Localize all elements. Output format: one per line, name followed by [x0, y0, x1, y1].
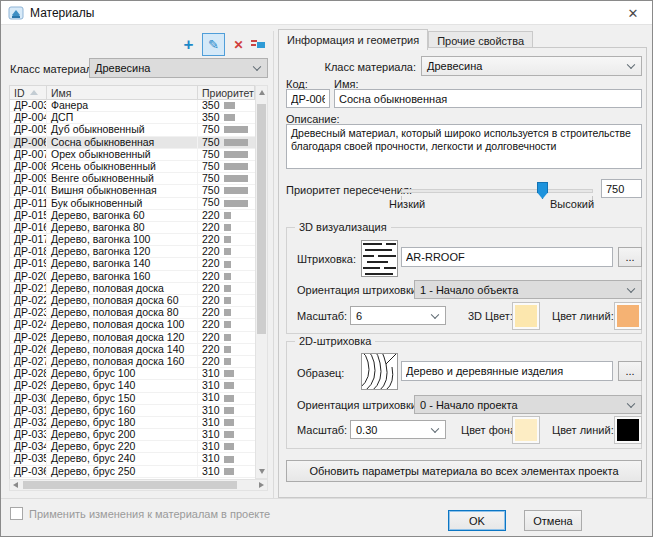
table-row[interactable]: ДР-005Дуб обыкновенный750: [10, 124, 255, 136]
priority-bar: [224, 297, 231, 304]
hatch-3d-field[interactable]: [401, 247, 613, 267]
priority-value: 310: [202, 453, 224, 464]
roof-hatch-preview-icon[interactable]: [361, 240, 398, 277]
apply-changes-checkbox[interactable]: Применить изменения к материалам в проек…: [10, 507, 270, 520]
table-row[interactable]: ДР-036Дерево, брус 250310: [10, 466, 255, 478]
cell-id: ДР-024: [10, 319, 47, 330]
tab-info-geometry[interactable]: Информация и геометрия: [278, 29, 428, 50]
horizontal-scroll-thumb[interactable]: [23, 481, 237, 489]
bg-color-2d-swatch[interactable]: [512, 416, 540, 444]
color-3d-swatch[interactable]: [512, 302, 540, 330]
cell-id: ДР-029: [10, 380, 47, 391]
orientation-3d-select[interactable]: 1 - Начало объекта: [414, 280, 642, 299]
cell-priority: 310: [198, 380, 255, 391]
cell-id: ДР-036: [10, 466, 47, 477]
horizontal-scrollbar[interactable]: [9, 479, 268, 491]
wood-grain-preview-icon[interactable]: [361, 353, 398, 390]
hatch-3d-browse-button[interactable]: ...: [618, 247, 642, 267]
cell-id: ДР-035: [10, 453, 47, 464]
cell-name: Дерево, вагонка 120: [47, 246, 198, 257]
cancel-button[interactable]: Отмена: [524, 510, 582, 531]
cell-name: Дерево, брус 150: [47, 393, 198, 404]
title-bar[interactable]: Материалы ✕: [1, 1, 652, 25]
cell-priority: 220: [198, 307, 255, 318]
priority-value: 220: [202, 246, 224, 257]
table-row[interactable]: ДР-030Дерево, брус 150310: [10, 393, 255, 405]
line-color-3d-swatch[interactable]: [614, 302, 642, 330]
scroll-down-icon[interactable]: [259, 469, 265, 474]
color-3d-label: 3D Цвет:: [468, 310, 513, 322]
cell-id: ДР-021: [10, 283, 47, 294]
table-row[interactable]: ДР-006Сосна обыкновенная750: [10, 137, 255, 149]
panel-divider: [273, 31, 274, 498]
priority-value: 220: [202, 258, 224, 269]
orientation-2d-select[interactable]: 0 - Начало проекта: [414, 395, 642, 414]
priority-value: 750: [202, 185, 224, 196]
priority-value: 310: [202, 392, 224, 403]
priority-value: 310: [202, 441, 224, 452]
cell-priority: 350: [198, 112, 255, 123]
scale-2d-label: Масштаб:: [297, 424, 347, 436]
plus-icon: +: [184, 36, 194, 53]
sample-2d-label: Образец:: [297, 367, 344, 379]
cell-priority: 220: [198, 332, 255, 343]
column-header-name[interactable]: Имя: [47, 86, 198, 99]
chevron-down-icon: [627, 284, 635, 292]
vertical-scrollbar[interactable]: [255, 85, 268, 479]
sample-2d-field[interactable]: [401, 361, 613, 381]
column-header-id[interactable]: ID: [10, 86, 47, 99]
material-class-select-left[interactable]: Древесина: [89, 58, 268, 78]
edit-material-button[interactable]: ✎: [202, 33, 225, 56]
line-color-2d-swatch[interactable]: [614, 416, 642, 444]
table-row[interactable]: ДР-020Дерево, вагонка 160220: [10, 271, 255, 283]
priority-bar: [224, 443, 234, 450]
update-parameters-button[interactable]: Обновить параметры материала во всех эле…: [286, 460, 642, 482]
table-row[interactable]: ДР-025Дерево, половая доска 120220: [10, 332, 255, 344]
priority-value: 750: [202, 124, 224, 135]
delete-material-button[interactable]: ✕: [227, 33, 250, 56]
priority-bar: [224, 163, 248, 170]
cell-priority: 220: [198, 356, 255, 367]
line-color-2d-label: Цвет линий:: [552, 424, 614, 436]
priority-bar: [224, 187, 248, 194]
code-field[interactable]: [286, 89, 330, 108]
cell-id: ДР-022: [10, 295, 47, 306]
cell-id: ДР-033: [10, 429, 47, 440]
checkbox-box[interactable]: [10, 507, 23, 520]
table-row[interactable]: ДР-019Дерево, вагонка 140220: [10, 258, 255, 270]
add-material-button[interactable]: +: [177, 33, 200, 56]
vertical-scroll-thumb[interactable]: [257, 104, 266, 334]
sample-2d-browse-button[interactable]: ...: [618, 361, 642, 381]
material-class-select-right[interactable]: Древесина: [421, 56, 642, 76]
cell-id: ДР-034: [10, 441, 47, 452]
priority-bar: [224, 200, 248, 207]
cell-id: ДР-031: [10, 405, 47, 416]
cell-name: Дерево, половая доска 120: [47, 332, 198, 343]
table-row[interactable]: ДР-035Дерево, брус 240310: [10, 453, 255, 465]
scroll-right-icon[interactable]: [259, 482, 264, 488]
priority-value-field[interactable]: [601, 179, 642, 198]
apply-changes-label: Применить изменения к материалам в проек…: [29, 508, 270, 520]
close-icon[interactable]: ✕: [614, 1, 652, 25]
priority-value: 310: [202, 417, 224, 428]
cell-name: Дерево, брус 160: [47, 405, 198, 416]
cell-priority: 310: [198, 429, 255, 440]
priority-slider-track[interactable]: [401, 189, 593, 193]
cell-name: Дерево, вагонка 160: [47, 271, 198, 282]
table-row[interactable]: ДР-011Бук обыкновенный750: [10, 198, 255, 210]
priority-bar: [224, 309, 231, 316]
priority-value: 220: [202, 332, 224, 343]
scale-3d-select[interactable]: 6: [350, 306, 446, 325]
description-field[interactable]: Древесный материал, который широко испол…: [286, 124, 642, 169]
priority-value: 310: [202, 466, 224, 477]
ok-button[interactable]: OK: [448, 510, 506, 531]
table-row[interactable]: ДР-024Дерево, половая доска 100220: [10, 319, 255, 331]
scale-2d-select[interactable]: 0.30: [350, 420, 446, 439]
index-list-button[interactable]: [248, 35, 267, 54]
cell-priority: 750: [198, 124, 255, 135]
column-header-priority[interactable]: Приоритет: [198, 86, 254, 99]
scroll-left-icon[interactable]: [13, 482, 18, 488]
cell-priority: 310: [198, 405, 255, 416]
name-field[interactable]: [334, 89, 642, 108]
scroll-up-icon[interactable]: [259, 90, 265, 95]
